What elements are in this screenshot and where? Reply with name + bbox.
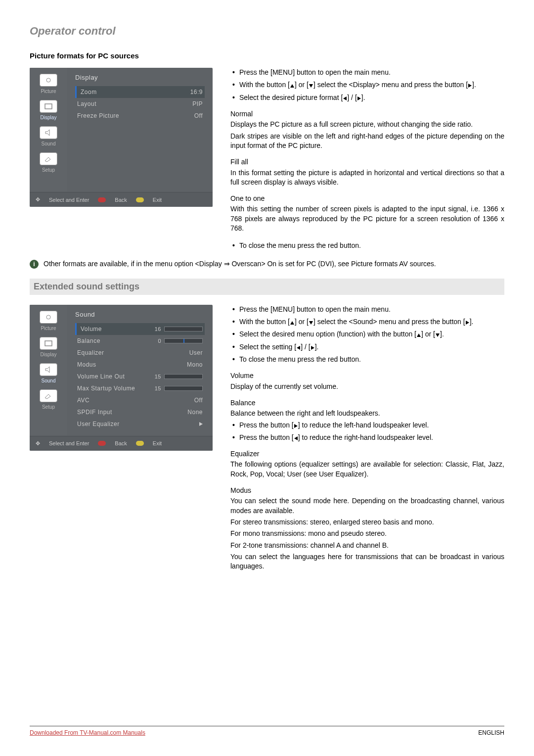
instructions-list: Press the [MENU] button to open the main…: [230, 305, 504, 365]
menu-row-freeze: Freeze PictureOff: [75, 110, 205, 122]
sub-text: Display of the currently set volume.: [230, 382, 504, 391]
instructions-list: Press the [MENU] button to open the main…: [230, 68, 504, 102]
sub-text: Balance between the right and left louds…: [230, 409, 504, 418]
svg-rect-3: [45, 341, 52, 346]
sub-modus: Modus: [230, 486, 504, 495]
right-icon: [468, 84, 472, 88]
menu-content-title: Display: [75, 74, 205, 81]
menu-row-vol-lineout: Volume Line Out15: [75, 371, 205, 382]
close-note: To close the menu press the red button.: [230, 241, 504, 250]
footer-lang: ENGLISH: [478, 729, 504, 736]
info-text: Other formats are available, if in the m…: [44, 260, 436, 268]
up-icon: [290, 321, 294, 325]
sub-text: For 2-tone transmissions: channel A and …: [230, 541, 504, 550]
menu-row-user-eq: User Equalizer: [75, 418, 205, 430]
down-icon: [309, 321, 313, 325]
right-icon: [357, 96, 361, 100]
sub-text: You can select the languages here for tr…: [230, 552, 504, 571]
up-icon: [417, 333, 421, 337]
balance-bullet: Press the button [] to reduce the left-h…: [230, 421, 504, 430]
balance-bullet: Press the button [] to reduce the right-…: [230, 433, 504, 442]
sub-text: The following options (equalizer setting…: [230, 460, 504, 479]
format-text: Displays the PC picture as a full screen…: [230, 120, 504, 129]
instruction-item: Select the desired picture format [] / […: [230, 93, 504, 102]
sidebar-item-picture: Picture: [30, 72, 67, 98]
sound-icon: [40, 363, 57, 376]
setup-icon: [40, 152, 57, 165]
yellow-button-icon: [136, 197, 144, 202]
left-icon: [294, 436, 298, 440]
sub-equalizer: Equalizer: [230, 449, 504, 459]
sidebar-item-setup: Setup: [30, 150, 67, 177]
instruction-item: Press the [MENU] button to open the main…: [230, 68, 504, 77]
menu-row-modus: ModusMono: [75, 359, 205, 371]
menu-row-avc: AVCOff: [75, 394, 205, 406]
menu-row-volume: Volume16: [75, 323, 205, 335]
osd-menu-display: Picture Display Sound Setup Display Zoom…: [30, 68, 213, 207]
yellow-button-icon: [136, 441, 144, 446]
page-header: Operator control: [30, 25, 504, 38]
format-text: Dark stripes are visible on the left and…: [230, 132, 504, 151]
sub-text: For mono transmissions: mono and pseudo …: [230, 529, 504, 538]
section-title-extended-sound: Extended sound settings: [30, 279, 504, 295]
footer-link[interactable]: Downloaded From TV-Manual.com Manuals: [30, 729, 145, 736]
format-name-onetoone: One to one: [230, 194, 504, 203]
right-icon: [294, 424, 298, 428]
info-icon: i: [30, 260, 39, 269]
format-name-fillall: Fill all: [230, 157, 504, 167]
menu-row-max-startup: Max Startup Volume15: [75, 382, 205, 394]
instruction-item: With the button [] or [] select the <Dis…: [230, 80, 504, 90]
menu-row-balance: Balance0: [75, 335, 205, 347]
sidebar-item-sound: Sound: [30, 124, 67, 150]
instruction-item: With the button [] or [] select the <Sou…: [230, 317, 504, 327]
sidebar-item-picture: Picture: [30, 309, 67, 335]
format-text: With this setting the number of screen p…: [230, 204, 504, 233]
instruction-item: To close the menu press the red button.: [230, 355, 504, 364]
sidebar-item-display: Display: [30, 335, 67, 361]
menu-content-title: Sound: [75, 311, 205, 318]
osd-menu-sound: Picture Display Sound Setup Sound Volume…: [30, 305, 213, 451]
format-name-normal: Normal: [230, 109, 504, 119]
down-icon: [436, 333, 440, 337]
left-icon: [297, 346, 300, 350]
picture-icon: [40, 311, 57, 324]
sub-text: For stereo transmissions: stereo, enlarg…: [230, 518, 504, 527]
menu-row-equalizer: EqualizerUser: [75, 347, 205, 359]
up-icon: [290, 84, 294, 88]
right-icon: [311, 346, 314, 350]
red-button-icon: [98, 197, 106, 202]
nav-dpad-icon: ✥: [36, 196, 40, 203]
sub-balance: Balance: [230, 398, 504, 408]
menu-row-spdif: SPDIF InputNone: [75, 406, 205, 418]
chevron-right-icon: [199, 422, 203, 426]
svg-point-0: [46, 78, 50, 82]
svg-rect-1: [45, 104, 52, 109]
menu-row-layout: LayoutPIP: [75, 98, 205, 110]
sidebar-item-setup: Setup: [30, 387, 67, 414]
format-text: In this format setting the picture is ad…: [230, 168, 504, 188]
nav-dpad-icon: ✥: [36, 440, 40, 447]
right-icon: [466, 321, 469, 325]
red-button-icon: [98, 441, 106, 446]
instruction-item: Select the desired menu option (function…: [230, 330, 504, 339]
sound-icon: [40, 126, 57, 139]
osd-footer: ✥ Select and Enter Back Exit: [30, 192, 213, 207]
sidebar-item-display: Display: [30, 98, 67, 124]
page-footer: Downloaded From TV-Manual.com Manuals EN…: [30, 726, 504, 736]
svg-point-2: [46, 315, 50, 319]
setup-icon: [40, 389, 57, 402]
menu-row-zoom: Zoom16:9: [75, 86, 205, 98]
instruction-item: Select the setting [] / [].: [230, 342, 504, 352]
info-note-row: i Other formats are available, if in the…: [30, 260, 504, 269]
instruction-item: Press the [MENU] button to open the main…: [230, 305, 504, 314]
section-title-picture-formats: Picture formats for PC sources: [30, 51, 504, 60]
display-icon: [40, 337, 57, 350]
left-icon: [343, 96, 347, 100]
display-icon: [40, 100, 57, 113]
sub-text: You can select the sound mode here. Depe…: [230, 496, 504, 516]
picture-icon: [40, 74, 57, 87]
osd-sidebar: Picture Display Sound Setup: [30, 305, 67, 436]
osd-sidebar: Picture Display Sound Setup: [30, 68, 67, 192]
down-icon: [309, 84, 313, 88]
osd-footer: ✥ Select and Enter Back Exit: [30, 436, 213, 451]
